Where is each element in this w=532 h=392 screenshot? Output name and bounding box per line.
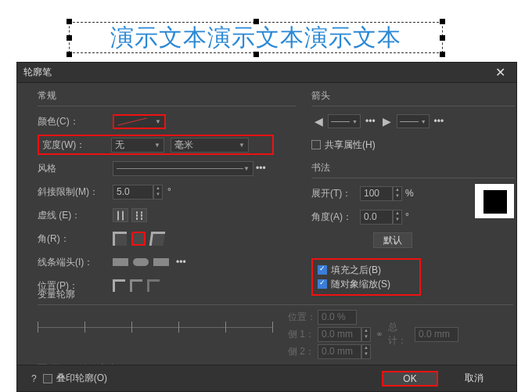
selection-handle[interactable] (440, 19, 445, 24)
stretch-unit: % (405, 188, 414, 199)
ok-button[interactable]: OK (382, 371, 438, 387)
chevron-down-icon: ▼ (154, 142, 160, 149)
variable-ruler[interactable] (38, 318, 272, 336)
label-angle: 角度(A)： (311, 210, 360, 224)
section-calligraphy: 书法 (311, 158, 515, 178)
help-icon[interactable]: ? (31, 373, 43, 384)
label-width: 宽度(W)： (42, 138, 111, 152)
var-position-input: 0.0 % (318, 310, 357, 325)
selection-handle[interactable] (66, 35, 72, 41)
side1-spinner: ▲▼ (361, 327, 371, 342)
side2-input: 0.0 mm (318, 344, 361, 359)
angle-input[interactable]: 0.0 (360, 210, 393, 225)
selection-handle[interactable] (440, 52, 445, 57)
cap-flat-icon[interactable] (113, 258, 128, 266)
total-input: 0.0 mm (415, 327, 458, 342)
label-corners: 角(R)： (38, 232, 113, 246)
caps-more-icon[interactable]: ••• (174, 257, 189, 268)
label-color: 颜色(C)： (38, 115, 113, 128)
width-unit-dropdown[interactable]: 毫米 ▼ (171, 138, 249, 153)
color-dropdown[interactable]: ▼ (113, 114, 166, 129)
miter-spinner[interactable]: ▲▼ (153, 185, 163, 200)
label-overprint: 叠印轮廓(O) (56, 372, 107, 385)
arrow-start-more[interactable]: ••• (363, 116, 378, 127)
no-color-icon (117, 116, 147, 127)
cap-round-icon[interactable] (133, 258, 149, 266)
stretch-spinner[interactable]: ▲▼ (393, 186, 402, 201)
label-caps: 线条端头(I)： (38, 256, 113, 269)
style-dropdown[interactable]: ▼ (113, 161, 253, 176)
corner-bevel-icon[interactable] (149, 232, 166, 246)
selection-handle[interactable] (66, 52, 72, 57)
label-behind-fill: 填充之后(B) (331, 264, 381, 277)
miter-unit: ° (167, 186, 171, 197)
nib-preview (474, 183, 515, 219)
style-more-icon[interactable]: ••• (253, 163, 268, 174)
side1-input: 0.0 mm (318, 327, 361, 342)
close-icon[interactable]: ✕ (491, 65, 510, 80)
width-value: 无 (115, 138, 124, 152)
corner-miter-icon[interactable] (113, 232, 127, 246)
cap-square-icon[interactable] (153, 258, 169, 266)
dialog-titlebar[interactable]: 轮廓笔 ✕ (17, 63, 516, 83)
dash-option-2[interactable]: ┇┇ (131, 208, 147, 222)
selection-handle[interactable] (66, 19, 72, 24)
cancel-button[interactable]: 取消 (446, 371, 502, 387)
label-var-position: 位置： (288, 311, 318, 324)
selection-handle[interactable] (253, 19, 259, 24)
share-attrs-checkbox[interactable] (311, 140, 321, 149)
label-dashes: 虚线 (E)： (38, 209, 113, 222)
angle-unit: ° (405, 211, 409, 222)
chevron-down-icon: ▼ (155, 118, 161, 125)
label-side1: 侧 1： (288, 328, 318, 341)
arrow-start-dropdown[interactable]: ▼ (328, 114, 361, 128)
label-stretch: 展开(T)： (311, 187, 360, 200)
link-icon: ⚭ (376, 329, 383, 340)
width-value-dropdown[interactable]: 无 ▼ (111, 138, 164, 153)
stretch-input[interactable]: 100 (360, 186, 393, 201)
arrow-left-icon[interactable]: ◀ (311, 114, 325, 128)
overprint-checkbox[interactable] (43, 374, 52, 383)
chevron-down-icon: ▼ (243, 165, 250, 172)
selection-handle[interactable] (440, 35, 445, 41)
selection-handle[interactable] (253, 52, 259, 57)
dialog-title: 轮廓笔 (23, 66, 52, 79)
chevron-down-icon: ▼ (239, 142, 245, 149)
corner-round-icon[interactable] (131, 232, 146, 246)
outline-pen-dialog: 轮廓笔 ✕ 常规 颜色(C)： ▼ 宽度(W)： 无 ▼ (16, 62, 517, 392)
side2-spinner: ▲▼ (361, 344, 371, 359)
arrow-right-icon[interactable]: ▶ (380, 114, 394, 128)
default-button[interactable]: 默认 (373, 232, 412, 248)
behind-fill-checkbox[interactable] (318, 265, 327, 275)
label-style: 风格 (38, 162, 113, 175)
arrow-end-dropdown[interactable]: ▼ (397, 114, 430, 128)
miter-input[interactable]: 5.0 (113, 185, 153, 200)
section-variable: 变量轮廓 (38, 285, 513, 305)
dash-option-1[interactable]: ┃┃ (113, 208, 128, 222)
dialog-button-bar: ? 叠印轮廓(O) OK 取消 (17, 365, 516, 391)
label-share-attrs: 共享属性(H) (325, 138, 376, 152)
label-miter: 斜接限制(M)： (38, 185, 113, 199)
width-unit: 毫米 (174, 138, 193, 152)
label-side2: 侧 2： (288, 345, 318, 358)
arrow-end-more[interactable]: ••• (432, 116, 447, 127)
angle-spinner[interactable]: ▲▼ (393, 210, 402, 225)
section-general: 常规 (38, 86, 296, 106)
section-arrows: 箭头 (311, 86, 515, 106)
canvas-selected-text[interactable]: 演示文本演示文本演示文本 (69, 22, 443, 53)
label-total: 总计： (388, 321, 415, 347)
